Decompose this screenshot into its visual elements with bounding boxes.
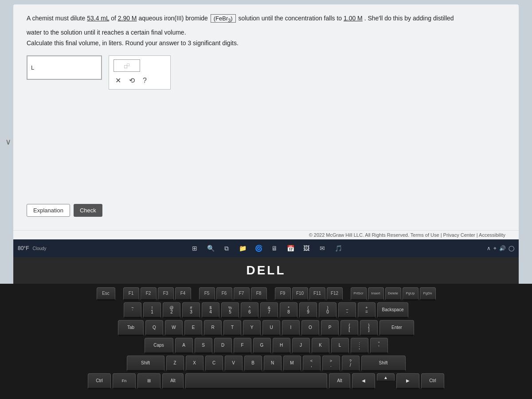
- key-esc[interactable]: Esc: [97, 287, 115, 301]
- mic-icon[interactable]: 🎵: [332, 242, 344, 254]
- photo-icon[interactable]: 🖼: [300, 242, 313, 254]
- key-w[interactable]: W: [165, 320, 183, 336]
- key-pgup[interactable]: PgUp: [403, 287, 419, 301]
- key-arrow-right[interactable]: ▶: [396, 373, 419, 389]
- key-insert[interactable]: Insert: [368, 287, 384, 301]
- key-j[interactable]: J: [292, 338, 310, 354]
- key-f10[interactable]: F10: [292, 287, 308, 301]
- key-d[interactable]: D: [214, 338, 232, 354]
- help-icon[interactable]: ?: [141, 76, 149, 86]
- key-u[interactable]: U: [262, 320, 280, 336]
- key-prtscr[interactable]: PrtScr: [351, 287, 367, 301]
- key-backspace[interactable]: Backspace: [377, 302, 408, 318]
- key-k[interactable]: K: [312, 338, 329, 354]
- key-rbracket[interactable]: }]: [360, 320, 378, 336]
- key-g[interactable]: G: [253, 338, 271, 354]
- key-minus[interactable]: _-: [338, 302, 356, 318]
- key-0[interactable]: )0: [319, 302, 336, 318]
- calendar-icon[interactable]: 📅: [284, 242, 297, 254]
- key-t[interactable]: T: [223, 320, 241, 336]
- key-3[interactable]: #3: [182, 302, 200, 318]
- key-p[interactable]: P: [321, 320, 339, 336]
- mail-icon[interactable]: ✉: [316, 242, 329, 254]
- key-o[interactable]: O: [301, 320, 319, 336]
- start-icon[interactable]: ⊞: [188, 242, 201, 254]
- exponent-input[interactable]: □□: [113, 59, 140, 72]
- key-f1[interactable]: F1: [123, 287, 139, 301]
- key-x[interactable]: X: [186, 356, 203, 372]
- key-f5[interactable]: F5: [199, 287, 215, 301]
- key-comma[interactable]: <,: [303, 356, 321, 372]
- explorer-icon[interactable]: 📁: [236, 242, 249, 254]
- check-button[interactable]: Check: [74, 204, 102, 217]
- key-arrow-left[interactable]: ◀: [352, 373, 375, 389]
- key-backtick[interactable]: ~`: [124, 302, 141, 318]
- key-8[interactable]: *8: [280, 302, 297, 318]
- key-s[interactable]: S: [195, 338, 212, 354]
- key-q[interactable]: Q: [145, 320, 163, 336]
- key-quote[interactable]: "': [370, 338, 388, 354]
- key-v[interactable]: V: [225, 356, 243, 372]
- key-5[interactable]: %5: [221, 302, 239, 318]
- key-r[interactable]: R: [204, 320, 222, 336]
- key-period[interactable]: >.: [322, 356, 340, 372]
- key-f4[interactable]: F4: [175, 287, 191, 301]
- key-a[interactable]: A: [175, 338, 193, 354]
- key-f12[interactable]: F12: [327, 287, 343, 301]
- speaker-icon[interactable]: 🔊: [499, 245, 506, 251]
- explanation-button[interactable]: Explanation: [27, 204, 70, 217]
- key-e[interactable]: E: [184, 320, 202, 336]
- key-9[interactable]: (9: [299, 302, 317, 318]
- taskview-icon[interactable]: ⧉: [220, 242, 233, 254]
- key-4[interactable]: $4: [202, 302, 219, 318]
- key-f11[interactable]: F11: [309, 287, 325, 301]
- key-n[interactable]: N: [264, 356, 282, 372]
- key-f8[interactable]: F8: [251, 287, 267, 301]
- key-l[interactable]: L: [331, 338, 349, 354]
- key-z[interactable]: Z: [166, 356, 184, 372]
- key-semicolon[interactable]: :;: [351, 338, 368, 354]
- key-m[interactable]: M: [283, 356, 301, 372]
- key-shift-left[interactable]: Shift: [127, 356, 164, 372]
- key-arrow-up[interactable]: ▲: [377, 373, 395, 381]
- key-f9[interactable]: F9: [275, 287, 291, 301]
- search-icon[interactable]: 🔍: [204, 242, 217, 254]
- key-f2[interactable]: F2: [141, 287, 156, 301]
- key-f6[interactable]: F6: [216, 287, 232, 301]
- key-fn[interactable]: Fn: [113, 373, 136, 389]
- key-delete[interactable]: Delete: [385, 287, 401, 301]
- key-lbracket[interactable]: {[: [340, 320, 358, 336]
- key-ctrl-right[interactable]: Ctrl: [421, 373, 444, 389]
- key-win[interactable]: ⊞: [137, 373, 160, 389]
- key-space[interactable]: [185, 373, 327, 389]
- key-h[interactable]: H: [273, 338, 290, 354]
- key-alt-left[interactable]: Alt: [162, 373, 184, 389]
- key-y[interactable]: Y: [243, 320, 261, 336]
- key-alt-right[interactable]: Alt: [329, 373, 350, 389]
- key-f3[interactable]: F3: [158, 287, 174, 301]
- key-shift-right[interactable]: Shift: [361, 356, 406, 372]
- answer-input-box[interactable]: L: [27, 55, 102, 80]
- key-pgdn[interactable]: PgDn: [420, 287, 436, 301]
- key-i[interactable]: I: [282, 320, 300, 336]
- key-caps-lock[interactable]: Caps: [145, 338, 173, 354]
- key-6[interactable]: ^6: [241, 302, 258, 318]
- key-7[interactable]: &7: [260, 302, 278, 318]
- key-equals[interactable]: +=: [358, 302, 376, 318]
- key-1[interactable]: !1: [143, 302, 161, 318]
- system-tray-up[interactable]: ∧: [487, 245, 491, 251]
- key-f[interactable]: F: [234, 338, 251, 354]
- key-enter[interactable]: Enter: [379, 320, 414, 336]
- chevron-icon[interactable]: ∨: [5, 137, 11, 147]
- monitor-icon[interactable]: 🖥: [268, 242, 281, 254]
- edge-icon[interactable]: 🌀: [252, 242, 265, 254]
- key-b[interactable]: B: [244, 356, 262, 372]
- undo-icon[interactable]: ⟲: [127, 75, 137, 86]
- key-slash[interactable]: ?/: [342, 356, 360, 372]
- key-ctrl-left[interactable]: Ctrl: [88, 373, 111, 389]
- key-c[interactable]: C: [205, 356, 223, 372]
- key-2[interactable]: @2: [163, 302, 180, 318]
- times-icon[interactable]: ✕: [113, 75, 123, 86]
- wifi-icon[interactable]: ⌖: [493, 245, 497, 251]
- key-f7[interactable]: F7: [234, 287, 250, 301]
